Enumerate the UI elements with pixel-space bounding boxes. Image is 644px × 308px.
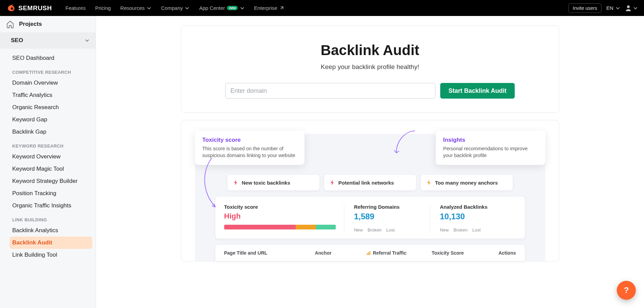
toxicity-bar-high: [224, 225, 296, 229]
nav-company-label: Company: [161, 5, 183, 11]
invite-users-button[interactable]: Invite users: [568, 3, 602, 13]
chip-money-anchors: Too many money anchors: [421, 175, 513, 190]
stat-ana-value: 10,130: [440, 212, 510, 221]
sidebar-item-backlink-audit[interactable]: Backlink Audit: [10, 237, 92, 249]
chevron-down-icon: [615, 6, 620, 11]
sidebar-item-seo-dashboard[interactable]: SEO Dashboard: [6, 52, 96, 64]
primary-nav: Features Pricing Resources Company App C…: [66, 5, 564, 11]
start-audit-button[interactable]: Start Backlink Audit: [440, 83, 514, 99]
help-button[interactable]: ?: [617, 281, 636, 300]
sidebar-item-organic-traffic[interactable]: Organic Traffic Insights: [6, 200, 96, 212]
chip-link-networks: Potential link networks: [324, 175, 416, 190]
new-badge: new: [227, 6, 237, 10]
chevron-down-icon: [185, 6, 189, 11]
chevron-down-icon: [85, 38, 89, 43]
svg-rect-5: [368, 252, 369, 255]
bolt-icon: [330, 180, 335, 185]
sidebar-group-competitive: COMPETITIVE RESEARCH: [6, 64, 96, 77]
stat-sub-new: New: [440, 227, 449, 233]
nav-enterprise-label: Enterprise: [254, 5, 277, 11]
th-referral-label: Referral Traffic: [373, 250, 407, 256]
sidebar-item-backlink-analytics[interactable]: Backlink Analytics: [6, 224, 96, 237]
toxicity-bar-low: [316, 225, 336, 229]
nav-resources[interactable]: Resources: [120, 5, 152, 11]
sidebar-item-domain-overview[interactable]: Domain Overview: [6, 77, 96, 89]
sidebar-item-traffic-analytics[interactable]: Traffic Analytics: [6, 89, 96, 101]
nav-enterprise[interactable]: Enterprise: [254, 5, 284, 11]
topbar-right: Invite users EN: [568, 3, 638, 13]
stat-analyzed-backlinks: Analyzed Backlinks 10,130 New Broken Los…: [440, 204, 516, 233]
logo-text: SEMRUSH: [18, 4, 52, 12]
domain-input[interactable]: [225, 83, 435, 99]
external-link-icon: [279, 6, 284, 11]
user-icon: [625, 5, 632, 12]
stat-ref-title: Referring Domains: [354, 204, 424, 210]
sidebar-item-seo[interactable]: SEO: [0, 32, 96, 49]
stat-sub-broken: Broken: [453, 227, 467, 233]
tooltip-insights-title: Insights: [443, 137, 538, 143]
home-icon: [6, 20, 14, 28]
bolt-icon: [426, 180, 432, 185]
question-mark-icon: ?: [624, 286, 629, 295]
tooltip-toxicity-title: Toxicity score: [202, 137, 297, 143]
sidebar-item-link-building[interactable]: Link Building Tool: [6, 249, 96, 261]
page-subtitle: Keep your backlink profile healthy!: [195, 63, 545, 71]
sidebar-item-backlink-gap[interactable]: Backlink Gap: [6, 126, 96, 138]
bar-chart-icon: [367, 251, 371, 255]
sidebar-item-organic-research[interactable]: Organic Research: [6, 101, 96, 114]
sidebar-item-keyword-overview[interactable]: Keyword Overview: [6, 151, 96, 163]
sidebar-item-keyword-magic[interactable]: Keyword Magic Tool: [6, 163, 96, 175]
svg-point-0: [11, 7, 13, 10]
stat-sub-lost: Lost: [386, 227, 395, 233]
stat-toxicity: Toxicity score High: [224, 204, 345, 233]
tooltip-toxicity: Toxicity score This score is based on th…: [195, 131, 304, 165]
nav-company[interactable]: Company: [161, 5, 189, 11]
stat-ref-value: 1,589: [354, 212, 424, 221]
toxicity-bar-medium: [296, 225, 316, 229]
svg-rect-6: [369, 251, 370, 255]
semrush-flame-icon: [6, 3, 16, 13]
chevron-down-icon: [240, 6, 245, 11]
sidebar-item-keyword-gap[interactable]: Keyword Gap: [6, 114, 96, 126]
table-header: Page Title and URL Anchor Referral Traff…: [215, 245, 525, 261]
bolt-icon: [233, 180, 238, 185]
sidebar-group-keyword: KEYWORD RESEARCH: [6, 138, 96, 151]
stat-sub-broken: Broken: [367, 227, 381, 233]
content: Backlink Audit Keep your backlink profil…: [96, 16, 644, 308]
tooltip-insights-desc: Personal recommendations to improve your…: [443, 146, 538, 159]
language-switcher[interactable]: EN: [606, 5, 620, 11]
chip-new-toxic-label: New toxic backlinks: [242, 180, 291, 186]
user-menu[interactable]: [625, 5, 638, 12]
page-title: Backlink Audit: [195, 42, 545, 58]
language-label: EN: [606, 5, 613, 11]
th-actions: Actions: [483, 250, 516, 256]
logo[interactable]: SEMRUSH: [6, 3, 52, 13]
hero-card: Backlink Audit Keep your backlink profil…: [181, 25, 559, 113]
sidebar: Projects SEO SEO Dashboard COMPETITIVE R…: [0, 16, 96, 308]
chip-link-networks-label: Potential link networks: [338, 180, 394, 186]
toxicity-bar: [224, 225, 336, 229]
sidebar-group-link: LINK BUILDING: [6, 212, 96, 224]
insight-chips: New toxic backlinks Potential link netwo…: [215, 175, 525, 190]
th-toxicity-score: Toxicity Score: [432, 250, 484, 256]
nav-resources-label: Resources: [120, 5, 145, 11]
stat-toxicity-title: Toxicity score: [224, 204, 336, 210]
sidebar-item-keyword-strategy[interactable]: Keyword Strategy Builder: [6, 175, 96, 187]
tooltip-toxicity-desc: This score is based on the number of sus…: [202, 146, 297, 159]
stat-ana-title: Analyzed Backlinks: [440, 204, 510, 210]
stat-referring-domains: Referring Domains 1,589 New Broken Lost: [354, 204, 430, 233]
chevron-down-icon: [633, 6, 638, 11]
sidebar-seo-label: SEO: [11, 37, 23, 44]
nav-appcenter[interactable]: App Center new: [199, 5, 244, 11]
svg-rect-4: [367, 253, 368, 255]
topbar: SEMRUSH Features Pricing Resources Compa…: [0, 0, 644, 16]
nav-features[interactable]: Features: [66, 5, 86, 11]
sidebar-item-projects[interactable]: Projects: [0, 16, 96, 32]
stats-card: Toxicity score High Referring Domains 1,…: [215, 196, 525, 239]
chevron-down-icon: [147, 6, 151, 11]
nav-pricing[interactable]: Pricing: [95, 5, 111, 11]
stat-sub-new: New: [354, 227, 363, 233]
sidebar-item-position-tracking[interactable]: Position Tracking: [6, 187, 96, 200]
stat-sub-lost: Lost: [472, 227, 481, 233]
th-referral-traffic: Referral Traffic: [367, 250, 432, 256]
